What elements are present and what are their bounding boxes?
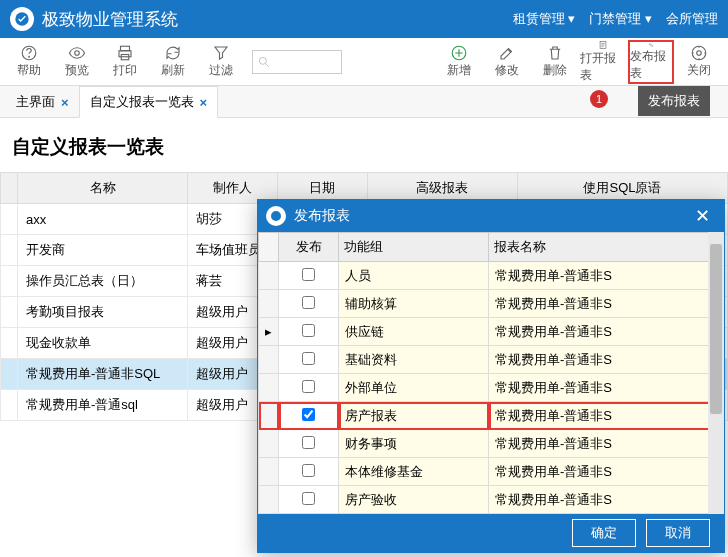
menu-access[interactable]: 门禁管理 ▾ bbox=[589, 10, 652, 28]
cancel-button[interactable]: 取消 bbox=[646, 519, 710, 547]
dialog-row[interactable]: 房产验收 常规费用单-普通非S bbox=[259, 486, 724, 514]
publish-checkbox[interactable] bbox=[302, 380, 315, 393]
dialog-row[interactable]: ▸ 供应链 常规费用单-普通非S bbox=[259, 318, 724, 346]
dialog-close-button[interactable]: ✕ bbox=[689, 205, 716, 227]
dialog-row[interactable]: 外部单位 常规费用单-普通非S bbox=[259, 374, 724, 402]
publish-tooltip: 发布报表 bbox=[638, 86, 710, 116]
close-button[interactable]: 关闭 bbox=[676, 40, 722, 84]
menu-lease[interactable]: 租赁管理 ▾ bbox=[513, 10, 576, 28]
dialog-title-text: 发布报表 bbox=[294, 207, 350, 225]
svg-point-3 bbox=[75, 51, 80, 56]
page-title: 自定义报表一览表 bbox=[0, 118, 728, 172]
preview-button[interactable]: 预览 bbox=[54, 40, 100, 84]
svg-point-7 bbox=[259, 57, 266, 64]
app-title: 极致物业管理系统 bbox=[42, 8, 513, 31]
menu-club[interactable]: 会所管理 bbox=[666, 10, 718, 28]
tab-close-icon[interactable]: × bbox=[200, 95, 208, 110]
dlg-col-name[interactable]: 报表名称 bbox=[489, 233, 724, 262]
dlg-col-group[interactable]: 功能组 bbox=[339, 233, 489, 262]
publish-dialog: 发布报表 ✕ 发布 功能组 报表名称 人员 常规费用单-普通非S 辅助核算 常规… bbox=[257, 199, 725, 553]
scrollbar-thumb[interactable] bbox=[710, 244, 722, 414]
publish-checkbox[interactable] bbox=[302, 408, 315, 421]
publish-checkbox[interactable] bbox=[302, 492, 315, 505]
dialog-table: 发布 功能组 报表名称 人员 常规费用单-普通非S 辅助核算 常规费用单-普通非… bbox=[258, 232, 724, 514]
publish-checkbox[interactable] bbox=[302, 464, 315, 477]
delete-button[interactable]: 删除 bbox=[532, 40, 578, 84]
refresh-button[interactable]: 刷新 bbox=[150, 40, 196, 84]
print-button[interactable]: 打印 bbox=[102, 40, 148, 84]
dialog-titlebar: 发布报表 ✕ bbox=[258, 200, 724, 232]
dialog-row[interactable]: 基础资料 常规费用单-普通非S bbox=[259, 346, 724, 374]
tab-close-icon[interactable]: × bbox=[61, 95, 69, 110]
search-input[interactable] bbox=[252, 50, 342, 74]
open-report-button[interactable]: 打开报表 bbox=[580, 40, 626, 84]
publish-checkbox[interactable] bbox=[302, 296, 315, 309]
document-tabs: 主界面× 自定义报表一览表× 1 发布报表 bbox=[0, 86, 728, 118]
dialog-row[interactable]: 财务事项 常规费用单-普通非S bbox=[259, 430, 724, 458]
publish-checkbox[interactable] bbox=[302, 324, 315, 337]
dialog-scrollbar[interactable] bbox=[708, 232, 724, 514]
toolbar: 帮助 预览 打印 刷新 过滤 新增 修改 删除 打开报表 发布报表 关闭 bbox=[0, 38, 728, 86]
dlg-col-publish[interactable]: 发布 bbox=[279, 233, 339, 262]
tab-report-list[interactable]: 自定义报表一览表× bbox=[79, 86, 219, 118]
app-logo-icon bbox=[10, 7, 34, 31]
publish-checkbox[interactable] bbox=[302, 436, 315, 449]
top-menu: 租赁管理 ▾ 门禁管理 ▾ 会所管理 bbox=[513, 10, 718, 28]
publish-checkbox[interactable] bbox=[302, 268, 315, 281]
col-name[interactable]: 名称 bbox=[18, 173, 188, 204]
dialog-icon bbox=[266, 206, 286, 226]
dialog-row[interactable]: 人员 常规费用单-普通非S bbox=[259, 262, 724, 290]
dialog-row[interactable]: 辅助核算 常规费用单-普通非S bbox=[259, 290, 724, 318]
search-icon bbox=[257, 55, 271, 69]
svg-rect-4 bbox=[121, 46, 130, 51]
svg-point-2 bbox=[29, 56, 30, 57]
ok-button[interactable]: 确定 bbox=[572, 519, 636, 547]
publish-report-button[interactable]: 发布报表 bbox=[628, 40, 674, 84]
help-button[interactable]: 帮助 bbox=[6, 40, 52, 84]
app-header: 极致物业管理系统 租赁管理 ▾ 门禁管理 ▾ 会所管理 bbox=[0, 0, 728, 38]
step-badge: 1 bbox=[590, 90, 608, 108]
edit-button[interactable]: 修改 bbox=[484, 40, 530, 84]
svg-point-10 bbox=[692, 46, 706, 60]
add-button[interactable]: 新增 bbox=[436, 40, 482, 84]
tab-main[interactable]: 主界面× bbox=[6, 87, 79, 117]
filter-button[interactable]: 过滤 bbox=[198, 40, 244, 84]
dialog-row[interactable]: 房产报表 常规费用单-普通非S bbox=[259, 402, 724, 430]
publish-checkbox[interactable] bbox=[302, 352, 315, 365]
svg-point-11 bbox=[271, 211, 281, 221]
dialog-row[interactable]: 本体维修基金 常规费用单-普通非S bbox=[259, 458, 724, 486]
dialog-footer: 确定 取消 bbox=[258, 514, 724, 552]
